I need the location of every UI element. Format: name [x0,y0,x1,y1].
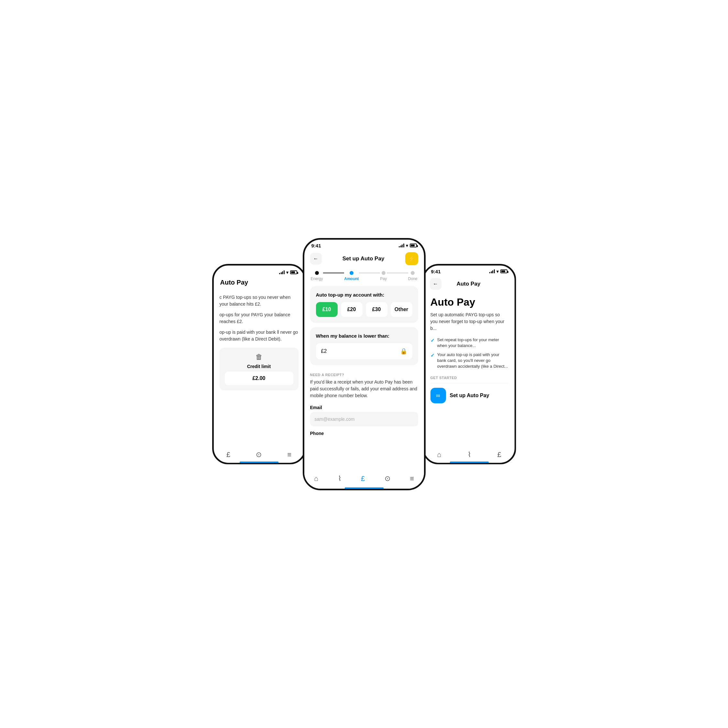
center-nav-home[interactable]: ⌂ [314,474,318,483]
center-wifi-icon: ▾ [406,243,408,248]
phone-label: Phone [310,431,418,436]
center-nav-help[interactable]: ⊙ [385,474,390,483]
check-item-1: ✓ Set repeat top-ups for your meter when… [430,337,508,349]
right-phone: 9:41 ▾ ← Auto Pay [422,264,516,464]
receipt-text: If you'd like a receipt when your Auto P… [310,379,418,399]
right-status-bar: 9:41 ▾ [424,266,515,275]
amount-10-button[interactable]: £10 [316,302,338,317]
center-bottom-nav: ⌂ ⌇ £ ⊙ ≡ [304,471,424,489]
right-wifi-icon: ▾ [496,269,499,274]
center-time: 9:41 [312,243,321,248]
checkmark-2: ✓ [430,352,435,359]
left-wifi-icon: ▾ [286,270,289,275]
email-input[interactable]: sam@example.com [310,412,418,426]
balance-card-title: When my balance is lower than: [316,333,412,339]
left-bottom-nav: £ ⊙ ≡ [214,447,304,463]
autopay-desc: Set up automatic PAYG top-ups so you nev… [430,312,508,332]
right-battery-icon [500,269,508,273]
step-amount: Amount [344,271,359,281]
back-arrow-icon: ← [314,256,318,262]
left-nav-indicator [240,462,278,463]
step-pay-dot [382,271,385,275]
right-nav-network[interactable]: ⌇ [468,451,471,459]
lightning-icon: ⚡ [408,255,415,262]
step-amount-dot [350,271,353,275]
step-amount-label: Amount [344,277,359,281]
email-field-container: Email sam@example.com [310,405,418,426]
topup-card-title: Auto top-up my account with: [316,292,412,298]
right-nav-pound[interactable]: £ [497,451,501,459]
step-line-1 [323,273,344,273]
center-battery-icon [410,243,417,248]
autopay-check-list: ✓ Set repeat top-ups for your meter when… [430,337,508,370]
center-status-bar: 9:41 ▾ [304,240,424,250]
step-energy-dot [315,271,319,275]
credit-limit-card: 🗑 Credit limit £2.00 [220,348,298,390]
center-content: Auto top-up my account with: £10 £20 £30… [304,286,424,467]
email-placeholder: sam@example.com [315,416,355,422]
right-nav-home[interactable]: ⌂ [437,451,441,459]
right-page-title: Auto Pay [457,281,480,287]
center-nav-network[interactable]: ⌇ [338,474,341,483]
step-done-label: Done [408,277,418,281]
credit-value: £2.00 [225,372,293,385]
step-done: Done [408,271,418,281]
balance-value: £2 [321,348,327,354]
credit-limit-label: Credit limit [247,364,271,369]
step-energy-label: Energy [311,277,323,281]
center-nav-menu[interactable]: ≡ [410,474,414,483]
center-status-icons: ▾ [399,243,417,248]
right-nav-header: ← Auto Pay [424,275,515,293]
divider [430,383,508,383]
center-page-title: Set up Auto Pay [343,255,385,262]
right-time: 9:41 [431,269,441,274]
left-content: c PAYG top-ups so you never when your ba… [214,291,304,394]
right-status-icons: ▾ [489,269,508,274]
center-nav-indicator [345,487,384,489]
center-nav-pound[interactable]: £ [361,474,365,483]
right-back-arrow-icon: ← [433,281,438,287]
check-item-2: ✓ Your auto top-up is paid with your ban… [430,352,508,370]
step-pay-label: Pay [380,277,387,281]
trash-icon[interactable]: 🗑 [255,353,263,361]
checkmark-1: ✓ [430,337,435,344]
left-status-icons: ▾ [279,270,297,275]
right-signal-icon [489,269,495,273]
check-text-2: Your auto top-up is paid with your bank … [437,352,508,370]
left-battery-icon [290,271,297,274]
infinity-icon: ∞ [436,392,440,399]
center-phone: 9:41 ▾ ← Set up Auto Pay ⚡ [303,238,426,490]
step-done-dot [411,271,414,275]
left-page-title: Auto Pay [214,276,304,291]
balance-row: £2 🔒 [316,343,412,359]
amount-20-button[interactable]: £20 [341,302,362,317]
email-label: Email [310,405,418,410]
topup-card: Auto top-up my account with: £10 £20 £30… [310,286,418,323]
step-line-2 [359,273,380,273]
left-nav-pound[interactable]: £ [226,451,230,459]
step-line-3 [387,273,408,273]
setup-autopay-button[interactable]: ∞ Set up Auto Pay [430,388,508,403]
left-nav-menu[interactable]: ≡ [287,451,291,459]
right-nav-indicator [450,462,489,463]
left-status-bar: ▾ [214,266,304,276]
receipt-section: NEED A RECEIPT? If you'd like a receipt … [310,370,418,405]
amount-other-button[interactable]: Other [391,302,412,317]
lightning-button[interactable]: ⚡ [405,252,418,265]
center-back-button[interactable]: ← [310,253,322,265]
check-text-1: Set repeat top-ups for your meter when y… [437,337,508,349]
right-content: Auto Pay Set up automatic PAYG top-ups s… [424,293,515,407]
center-nav-header: ← Set up Auto Pay ⚡ [304,250,424,268]
left-nav-help[interactable]: ⊙ [256,451,262,459]
step-pay: Pay [380,271,387,281]
center-signal-icon [399,243,404,248]
right-back-button[interactable]: ← [430,278,442,290]
phone-field-container: Phone [310,431,418,436]
balance-card: When my balance is lower than: £2 🔒 [310,327,418,365]
autopay-title: Auto Pay [430,296,508,308]
progress-steps: Energy Amount Pay Done [304,268,424,286]
amount-30-button[interactable]: £30 [366,302,387,317]
get-started-label: GET STARTED [430,376,508,380]
amount-buttons: £10 £20 £30 Other [316,302,412,317]
left-text-3: op-up is paid with your bank ll never go… [220,329,298,343]
